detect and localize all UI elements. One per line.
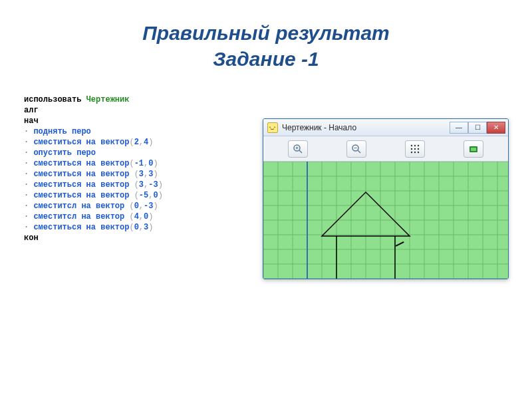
slide-title: Правильный результат Задание -1 (0, 0, 532, 72)
content-area: использовать Чертежник алг нач · поднять… (0, 92, 532, 378)
zoom-out-icon (351, 144, 362, 154)
code-alg: алг (24, 105, 299, 116)
run-button[interactable] (464, 140, 483, 158)
code-panel: использовать Чертежник алг нач · поднять… (19, 92, 305, 279)
svg-point-10 (411, 148, 412, 149)
title-line2: Задание -1 (0, 46, 532, 72)
svg-point-13 (411, 151, 412, 152)
code-end: кон (24, 233, 299, 243)
app-window: Чертежник - Начало — ☐ ✕ (263, 118, 509, 279)
svg-point-12 (418, 148, 419, 149)
app-icon (267, 122, 278, 133)
code-line: · сместиться на вектор (-5,0) (24, 190, 299, 201)
code-line: · опустить перо (24, 148, 299, 158)
grid-button[interactable] (405, 140, 425, 158)
title-line1: Правильный результат (0, 20, 532, 46)
svg-point-15 (418, 151, 419, 152)
code-line: · сместитсл на вектор (0,-3) (24, 201, 299, 211)
svg-point-11 (414, 148, 416, 149)
svg-point-14 (414, 151, 416, 152)
code-use-line: использовать Чертежник (24, 94, 299, 105)
zoom-in-icon (293, 144, 303, 154)
code-line: · сместиться на вектор(-1,0) (24, 158, 299, 169)
code-line: · сместиться на вектор(2,4) (24, 137, 299, 148)
zoom-in-button[interactable] (288, 140, 308, 158)
canvas[interactable] (263, 162, 508, 279)
svg-line-5 (358, 150, 360, 153)
grid-icon (410, 144, 420, 154)
svg-point-8 (414, 144, 416, 146)
code-begin: нач (24, 116, 299, 126)
window-title: Чертежник - Начало (282, 123, 450, 132)
code-line: · сместиться на вектор(0,3) (24, 222, 299, 233)
svg-point-9 (418, 144, 419, 146)
maximize-button[interactable]: ☐ (468, 122, 487, 134)
toolbar (263, 136, 508, 162)
run-icon (468, 144, 479, 154)
window-buttons: — ☐ ✕ (450, 122, 505, 134)
svg-rect-17 (471, 148, 476, 151)
code-line: · сместиться на вектор (3,-3) (24, 180, 299, 190)
titlebar[interactable]: Чертежник - Начало — ☐ ✕ (263, 119, 508, 136)
svg-point-7 (411, 144, 412, 146)
close-button[interactable]: ✕ (487, 122, 505, 134)
zoom-out-button[interactable] (346, 140, 366, 158)
code-line: · поднять перо (24, 126, 299, 137)
minimize-button[interactable]: — (450, 122, 468, 134)
code-line: · сместитсл на вектор (4,0) (24, 211, 299, 222)
svg-line-1 (299, 150, 302, 153)
code-line: · сместиться на вектор (3,3) (24, 169, 299, 180)
